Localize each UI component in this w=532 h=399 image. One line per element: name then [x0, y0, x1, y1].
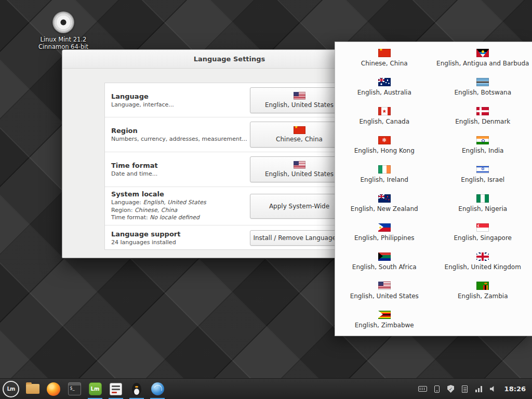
- firefox-launcher[interactable]: [44, 379, 63, 399]
- language-option-label: English, Zimbabwe: [355, 322, 414, 329]
- language-row-subtitle: Language, interface...: [111, 101, 250, 108]
- language-settings-icon: [110, 383, 122, 395]
- locale-language-line: Language: English, United States: [111, 199, 250, 207]
- language-option[interactable]: English, Denmark: [434, 104, 532, 134]
- flag-icon: [476, 49, 489, 57]
- language-option[interactable]: English, Israel: [434, 163, 532, 192]
- flag-icon: [378, 165, 391, 174]
- window-title: Language Settings: [194, 55, 265, 63]
- locale-time-format-line: Time format: No locale defined: [111, 214, 250, 222]
- flag-icon: [476, 223, 489, 232]
- settings-panel: Language Language, interface... English,…: [104, 83, 355, 250]
- language-option[interactable]: Chinese, China: [335, 46, 434, 75]
- time-format-picker-label: English, United States: [265, 170, 334, 178]
- language-option[interactable]: English, Nigeria: [434, 192, 532, 221]
- china-flag-icon: [294, 126, 305, 134]
- language-option-label: English, Israel: [461, 176, 504, 183]
- desktop-icon-linux-mint-iso[interactable]: Linux Mint 21.2 Cinnamon 64-bit: [32, 11, 95, 51]
- language-settings-window-button[interactable]: [107, 379, 125, 399]
- flag-icon: [476, 165, 489, 174]
- language-option[interactable]: English, India: [434, 134, 532, 163]
- language-picker-button[interactable]: English, United States: [250, 87, 349, 113]
- region-picker-label: Chinese, China: [276, 136, 323, 143]
- taskbar: Lm $_ Lm ✓ 18:26: [0, 378, 532, 399]
- files-launcher[interactable]: [23, 379, 42, 399]
- time-format-picker-button[interactable]: English, United States: [250, 156, 349, 182]
- language-option-label: English, Ireland: [361, 176, 408, 183]
- language-option[interactable]: English, Hong Kong: [335, 134, 434, 163]
- language-option[interactable]: English, Ireland: [335, 163, 434, 192]
- language-option-label: English, United States: [350, 292, 419, 300]
- language-option[interactable]: English, Antigua and Barbuda: [434, 46, 532, 75]
- language-option[interactable]: English, Botswana: [434, 75, 532, 104]
- desktop: Linux Mint 21.2 Cinnamon 64-bit Language…: [0, 0, 532, 399]
- update-shield-icon[interactable]: ✓: [446, 384, 456, 394]
- flag-icon: [476, 78, 489, 86]
- terminal-icon: $_: [68, 382, 81, 395]
- language-option-label: English, Canada: [359, 118, 409, 125]
- language-option-label: English, India: [462, 147, 503, 154]
- language-support-row-title: Language support: [111, 230, 250, 238]
- us-flag-icon: [294, 161, 305, 169]
- install-remove-languages-button[interactable]: Install / Remove Languages...: [250, 230, 349, 246]
- flag-icon: [378, 49, 391, 57]
- install-remove-languages-label: Install / Remove Languages...: [253, 234, 345, 242]
- language-option-label: English, United Kingdom: [445, 263, 521, 271]
- language-option-label: English, Botswana: [454, 89, 511, 96]
- time-format-row-title: Time format: [111, 162, 250, 169]
- flag-icon: [378, 311, 391, 319]
- language-option-label: English, Antigua and Barbuda: [436, 60, 529, 67]
- mint-welcome-window-button[interactable]: Lm: [86, 379, 104, 399]
- flag-icon: [476, 252, 489, 261]
- language-option[interactable]: English, Singapore: [434, 221, 532, 250]
- language-option[interactable]: English, South Africa: [335, 250, 434, 279]
- row-language-support: Language support 24 languages installed …: [105, 225, 355, 250]
- folder-icon: [26, 384, 39, 394]
- device-icon[interactable]: [432, 384, 442, 394]
- software-app-window-button[interactable]: [148, 379, 167, 399]
- flag-icon: [378, 107, 391, 115]
- region-row-title: Region: [111, 127, 250, 135]
- language-option[interactable]: English, Canada: [335, 104, 434, 134]
- network-icon[interactable]: [474, 384, 484, 394]
- mint-menu-button[interactable]: Lm: [3, 381, 19, 397]
- region-row-subtitle: Numbers, currency, addresses, measuremen…: [111, 136, 250, 142]
- language-option[interactable]: English, United Kingdom: [434, 250, 532, 279]
- language-option[interactable]: English, United States: [335, 279, 434, 308]
- mint-welcome-icon: Lm: [89, 382, 102, 395]
- time-format-row-subtitle: Date and time...: [111, 170, 250, 177]
- language-option-label: English, Philippines: [354, 234, 415, 242]
- terminal-launcher[interactable]: $_: [65, 379, 84, 399]
- disc-icon: [52, 11, 74, 33]
- language-option-label: English, Denmark: [455, 118, 510, 125]
- row-region: Region Numbers, currency, addresses, mea…: [105, 117, 355, 152]
- keyboard-layout-icon[interactable]: [418, 384, 428, 394]
- language-option[interactable]: English, Zimbabwe: [335, 308, 434, 337]
- row-system-locale: System locale Language: English, United …: [105, 187, 355, 225]
- language-dropdown: Chinese, China English, Antigua and Barb…: [335, 42, 532, 336]
- report-document-icon[interactable]: [460, 384, 470, 394]
- tux-app-window-button[interactable]: [127, 379, 146, 399]
- volume-icon[interactable]: [488, 384, 498, 394]
- flag-icon: [476, 282, 489, 290]
- flag-icon: [378, 194, 391, 203]
- flag-icon: [378, 282, 391, 290]
- language-option[interactable]: English, Zambia: [434, 279, 532, 308]
- desktop-icon-label: Linux Mint 21.2 Cinnamon 64-bit: [32, 36, 95, 51]
- flag-icon: [476, 194, 489, 203]
- apply-system-wide-button[interactable]: Apply System-Wide: [250, 194, 349, 219]
- us-flag-icon: [294, 92, 305, 100]
- language-option-label: English, Zambia: [458, 292, 508, 300]
- language-option[interactable]: English, Philippines: [335, 221, 434, 250]
- clock[interactable]: 18:26: [504, 385, 526, 393]
- language-option[interactable]: English, Australia: [335, 75, 434, 104]
- locale-region-line: Region: Chinese, China: [111, 207, 250, 215]
- flag-icon: [378, 78, 391, 86]
- mint-logo-icon: Lm: [7, 386, 15, 392]
- flag-icon: [378, 252, 391, 261]
- region-picker-button[interactable]: Chinese, China: [250, 122, 349, 148]
- flag-icon: [378, 136, 391, 144]
- language-option[interactable]: English, New Zealand: [335, 192, 434, 221]
- language-option-label: English, South Africa: [352, 263, 417, 271]
- software-globe-icon: [151, 382, 164, 395]
